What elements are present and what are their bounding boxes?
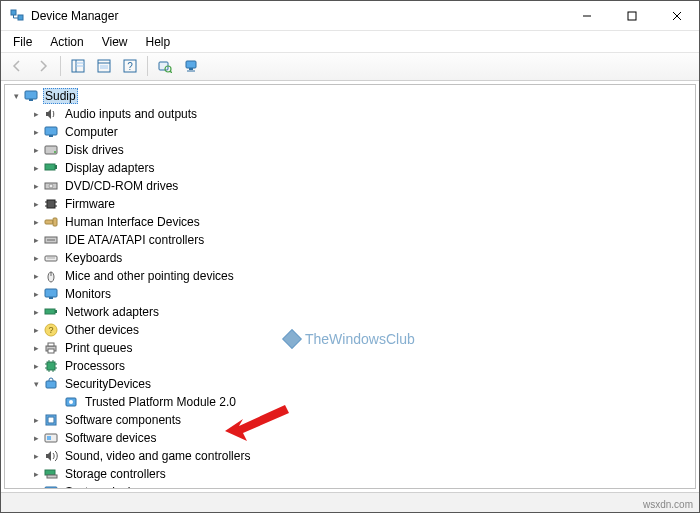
- menu-view[interactable]: View: [94, 33, 136, 51]
- tree-item-ide[interactable]: ▸ IDE ATA/ATAPI controllers: [29, 231, 695, 249]
- cpu-icon: [43, 358, 59, 374]
- tree-item-other[interactable]: ▸ ? Other devices: [29, 321, 695, 339]
- help-button[interactable]: ?: [118, 54, 142, 78]
- tree-item-hid[interactable]: ▸ Human Interface Devices: [29, 213, 695, 231]
- tree-item-label: Disk drives: [63, 142, 126, 158]
- svg-rect-70: [45, 470, 55, 475]
- forward-button[interactable]: [31, 54, 55, 78]
- device-tree-pane[interactable]: ▾ Sudip ▸ Audio inputs and outputs ▸: [4, 84, 696, 489]
- svg-rect-45: [45, 289, 57, 297]
- device-manager-icon: [9, 8, 25, 24]
- tree-item-label: IDE ATA/ATAPI controllers: [63, 232, 206, 248]
- show-hide-tree-button[interactable]: [66, 54, 90, 78]
- svg-rect-22: [25, 91, 37, 99]
- collapse-icon[interactable]: ▾: [29, 377, 43, 391]
- tree-item-storage[interactable]: ▸ Storage controllers: [29, 465, 695, 483]
- tree-item-monitors[interactable]: ▸ Monitors: [29, 285, 695, 303]
- svg-rect-25: [49, 135, 53, 137]
- toolbar-separator: [60, 56, 61, 76]
- tree-item-softdev[interactable]: ▸ Software devices: [29, 429, 695, 447]
- sound-controller-icon: [43, 448, 59, 464]
- expand-icon[interactable]: ▸: [29, 341, 43, 355]
- expand-icon[interactable]: ▸: [29, 179, 43, 193]
- expand-icon[interactable]: ▸: [29, 125, 43, 139]
- tree-item-label: Computer: [63, 124, 120, 140]
- tree-item-mice[interactable]: ▸ Mice and other pointing devices: [29, 267, 695, 285]
- tree-item-label: Trusted Platform Module 2.0: [83, 394, 238, 410]
- tree-item-network[interactable]: ▸ Network adapters: [29, 303, 695, 321]
- tree-item-printq[interactable]: ▸ Print queues: [29, 339, 695, 357]
- tree-item-softcomp[interactable]: ▸ Software components: [29, 411, 695, 429]
- expand-icon[interactable]: ▸: [29, 485, 43, 489]
- expand-icon[interactable]: ▸: [29, 431, 43, 445]
- speaker-icon: [43, 106, 59, 122]
- tree-item-label: Firmware: [63, 196, 117, 212]
- tree-item-label: Keyboards: [63, 250, 124, 266]
- svg-rect-47: [45, 309, 55, 314]
- window-title: Device Manager: [31, 9, 118, 23]
- tree-item-label: Audio inputs and outputs: [63, 106, 199, 122]
- titlebar: Device Manager: [1, 1, 699, 31]
- tree-item-computer-cat[interactable]: ▸ Computer: [29, 123, 695, 141]
- tree-item-label: Other devices: [63, 322, 141, 338]
- expand-icon[interactable]: ▸: [29, 287, 43, 301]
- properties-button[interactable]: [92, 54, 116, 78]
- monitor-icon: [43, 124, 59, 140]
- expand-icon[interactable]: ▸: [29, 269, 43, 283]
- tree-item-label: Mice and other pointing devices: [63, 268, 236, 284]
- svg-rect-63: [46, 381, 56, 388]
- svg-line-18: [170, 71, 172, 73]
- maximize-button[interactable]: [609, 1, 654, 31]
- menu-action[interactable]: Action: [42, 33, 91, 51]
- tree-item-computer-root[interactable]: ▾ Sudip: [9, 87, 695, 105]
- svg-rect-46: [49, 297, 53, 299]
- menu-file[interactable]: File: [5, 33, 40, 51]
- svg-text:?: ?: [127, 61, 133, 72]
- scan-hardware-button[interactable]: [153, 54, 177, 78]
- tree-item-processors[interactable]: ▸ Processors: [29, 357, 695, 375]
- svg-rect-71: [47, 475, 57, 478]
- expand-icon[interactable]: ▸: [29, 449, 43, 463]
- tree-item-firmware[interactable]: ▸ Firmware: [29, 195, 695, 213]
- expand-icon[interactable]: ▸: [29, 467, 43, 481]
- menubar: File Action View Help: [1, 31, 699, 53]
- close-button[interactable]: [654, 1, 699, 31]
- collapse-icon[interactable]: ▾: [9, 89, 23, 103]
- svg-rect-28: [45, 164, 55, 170]
- tree-item-label: SecurityDevices: [63, 376, 153, 392]
- expand-icon[interactable]: ▸: [29, 251, 43, 265]
- svg-rect-3: [628, 12, 636, 20]
- toolbar-separator: [147, 56, 148, 76]
- tree-item-dvd[interactable]: ▸ DVD/CD-ROM drives: [29, 177, 695, 195]
- computer-icon: [23, 88, 39, 104]
- toolbar: ?: [1, 53, 699, 81]
- expand-icon[interactable]: ▸: [29, 215, 43, 229]
- statusbar: [1, 492, 699, 512]
- svg-rect-20: [189, 68, 193, 70]
- tree-item-keyboards[interactable]: ▸ Keyboards: [29, 249, 695, 267]
- tree-item-audio[interactable]: ▸ Audio inputs and outputs: [29, 105, 695, 123]
- expand-icon[interactable]: ▸: [29, 413, 43, 427]
- tree-item-security: ▾ SecurityDevices ▸ Trusted Platform Mod…: [29, 375, 695, 411]
- expand-icon[interactable]: ▸: [29, 107, 43, 121]
- menu-help[interactable]: Help: [138, 33, 179, 51]
- expand-icon[interactable]: ▸: [29, 359, 43, 373]
- minimize-button[interactable]: [564, 1, 609, 31]
- expand-icon[interactable]: ▸: [29, 197, 43, 211]
- tree-item-system[interactable]: ▸ System devices: [29, 483, 695, 489]
- devices-and-printers-button[interactable]: [179, 54, 203, 78]
- expand-icon[interactable]: ▸: [29, 143, 43, 157]
- svg-point-31: [49, 184, 53, 188]
- chip-icon: [43, 196, 59, 212]
- expand-icon[interactable]: ▸: [29, 161, 43, 175]
- tree-item-sound[interactable]: ▸ Sound, video and game controllers: [29, 447, 695, 465]
- svg-rect-0: [11, 10, 16, 15]
- expand-icon[interactable]: ▸: [29, 323, 43, 337]
- expand-icon[interactable]: ▸: [29, 305, 43, 319]
- tree-item-security-row[interactable]: ▾ SecurityDevices: [29, 375, 695, 393]
- tree-item-tpm[interactable]: ▸ Trusted Platform Module 2.0: [49, 393, 695, 411]
- back-button[interactable]: [5, 54, 29, 78]
- tree-item-disk[interactable]: ▸ Disk drives: [29, 141, 695, 159]
- expand-icon[interactable]: ▸: [29, 233, 43, 247]
- tree-item-display[interactable]: ▸ Display adapters: [29, 159, 695, 177]
